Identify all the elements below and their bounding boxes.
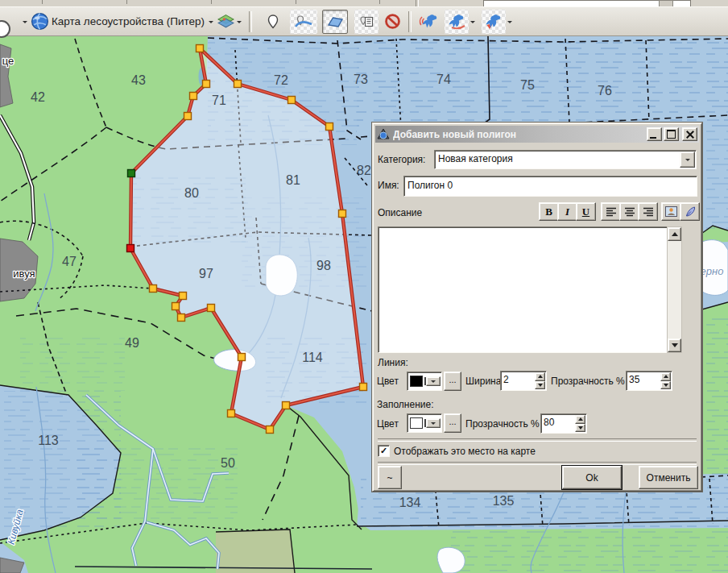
- map-quadrant-label: 49: [125, 336, 139, 350]
- description-scrollbar[interactable]: [667, 226, 682, 353]
- divider: [378, 462, 697, 465]
- disable-button[interactable]: [380, 10, 404, 34]
- maximize-button[interactable]: [664, 127, 679, 141]
- ruler-tick: [126, 0, 127, 4]
- show-on-map-label: Отображать это место на карте: [394, 446, 536, 457]
- width-spinner[interactable]: 2: [500, 371, 547, 391]
- dialog-titlebar[interactable]: Добавить новый полигон: [375, 126, 699, 143]
- track-route-button[interactable]: [482, 10, 506, 34]
- name-input[interactable]: Полигон 0: [404, 176, 697, 193]
- description-label: Описание: [378, 207, 422, 218]
- add-label-button[interactable]: [354, 10, 378, 34]
- category-combobox[interactable]: Новая категория: [434, 150, 697, 169]
- polygon-vertex[interactable]: [360, 384, 367, 391]
- polygon-vertex[interactable]: [267, 426, 274, 434]
- fill-transparency-spinner[interactable]: 80: [540, 413, 587, 434]
- polygon-vertex[interactable]: [172, 303, 180, 310]
- bold-button[interactable]: B: [539, 202, 559, 221]
- fill-color-dropdown-button[interactable]: [426, 418, 441, 428]
- insert-link-button[interactable]: [680, 202, 700, 221]
- line-section-label: Линия:: [378, 357, 408, 368]
- fill-color-label: Цвет: [377, 418, 399, 430]
- ruler-tick: [296, 0, 296, 4]
- polygon-vertex[interactable]: [203, 81, 210, 88]
- spin-up-button[interactable]: [575, 415, 585, 424]
- close-icon: [686, 131, 694, 139]
- arrow-down-icon: [578, 426, 583, 432]
- map-quadrant-label: 75: [520, 78, 535, 92]
- chevron-down-icon: [209, 21, 213, 26]
- polygon-vertex[interactable]: [190, 93, 197, 100]
- add-placemark-button[interactable]: [261, 10, 285, 34]
- show-on-map-checkbox[interactable]: ✓: [378, 445, 390, 457]
- description-editor: [378, 226, 682, 353]
- fill-color-combobox[interactable]: [407, 413, 442, 433]
- placemark-collapsed-icon[interactable]: [0, 20, 10, 38]
- line-color-dropdown-button[interactable]: [426, 376, 441, 386]
- map-quadrant-label: 72: [274, 73, 288, 87]
- spin-up-button[interactable]: [660, 372, 671, 381]
- cancel-button[interactable]: Отменить: [639, 466, 698, 489]
- map-quadrant-label: 135: [493, 494, 515, 508]
- add-polygon-button[interactable]: [322, 10, 348, 34]
- scroll-up-button[interactable]: [668, 227, 681, 241]
- map-place-label: ивуя: [13, 268, 35, 280]
- map-quadrant-label: 82: [357, 164, 371, 177]
- minimize-button[interactable]: [647, 127, 662, 141]
- underline-button[interactable]: U: [576, 202, 596, 221]
- polygon-vertex[interactable]: [180, 293, 187, 300]
- align-left-button[interactable]: [601, 202, 621, 221]
- polygon-vertex[interactable]: [238, 354, 246, 361]
- line-color-more-button[interactable]: ...: [444, 372, 461, 391]
- polygon-vertex[interactable]: [178, 314, 185, 322]
- insert-image-button[interactable]: [661, 202, 681, 221]
- secondary-toolbar-strip: [0, 0, 728, 6]
- add-placemark-icon: [265, 14, 281, 30]
- polygon-vertex[interactable]: [184, 113, 192, 120]
- align-center-icon: [624, 207, 635, 217]
- ok-button[interactable]: Ok: [562, 466, 622, 489]
- align-right-button[interactable]: [638, 202, 658, 221]
- map-quadrant-label: 50: [221, 456, 235, 470]
- polygon-vertex[interactable]: [339, 210, 346, 218]
- close-button[interactable]: [682, 127, 697, 141]
- polygon-vertex[interactable]: [283, 402, 290, 409]
- arrow-down-icon: [538, 384, 543, 389]
- polygon-vertex[interactable]: [228, 410, 235, 417]
- polygon-vertex[interactable]: [326, 123, 333, 131]
- map-quadrant-label: 98: [316, 259, 331, 272]
- align-center-button[interactable]: [619, 202, 639, 221]
- polygon-vertex-selected[interactable]: [127, 245, 134, 252]
- track-signal-button[interactable]: [416, 10, 441, 34]
- spin-down-button[interactable]: [660, 381, 671, 390]
- track-route-dropdown[interactable]: [482, 10, 515, 33]
- polygon-vertex[interactable]: [196, 45, 204, 52]
- polygon-vertex[interactable]: [150, 285, 157, 293]
- description-textarea[interactable]: [378, 226, 668, 353]
- polygon-vertex[interactable]: [288, 97, 296, 104]
- polygon-vertex[interactable]: [234, 81, 242, 88]
- track-fly-button[interactable]: [445, 10, 469, 34]
- arrow-up-icon: [538, 372, 543, 378]
- polygon-vertex-start[interactable]: [128, 170, 135, 177]
- italic-button[interactable]: I: [557, 202, 577, 221]
- map-quadrant-label: 71: [212, 93, 226, 107]
- spin-down-button[interactable]: [535, 381, 545, 390]
- tilde-button[interactable]: ~: [378, 466, 402, 489]
- category-dropdown-button[interactable]: [680, 152, 695, 168]
- layers-button[interactable]: [217, 10, 245, 33]
- spin-down-button[interactable]: [575, 424, 585, 433]
- placemark-dropdown[interactable]: [21, 10, 31, 33]
- globe-icon: [31, 12, 49, 31]
- scroll-down-button[interactable]: [668, 338, 681, 352]
- line-transparency-spinner[interactable]: 35: [626, 371, 672, 391]
- map-selector[interactable]: Карта лесоустройства (Питер): [31, 10, 217, 33]
- fill-color-more-button[interactable]: ...: [444, 413, 461, 433]
- line-color-combobox[interactable]: [407, 372, 442, 391]
- add-path-button[interactable]: [290, 10, 317, 34]
- polygon-vertex[interactable]: [208, 305, 215, 312]
- arrow-up-icon: [672, 229, 678, 236]
- spin-up-button[interactable]: [535, 372, 545, 381]
- ruler-tick: [211, 0, 212, 4]
- track-fly-dropdown[interactable]: [445, 10, 478, 33]
